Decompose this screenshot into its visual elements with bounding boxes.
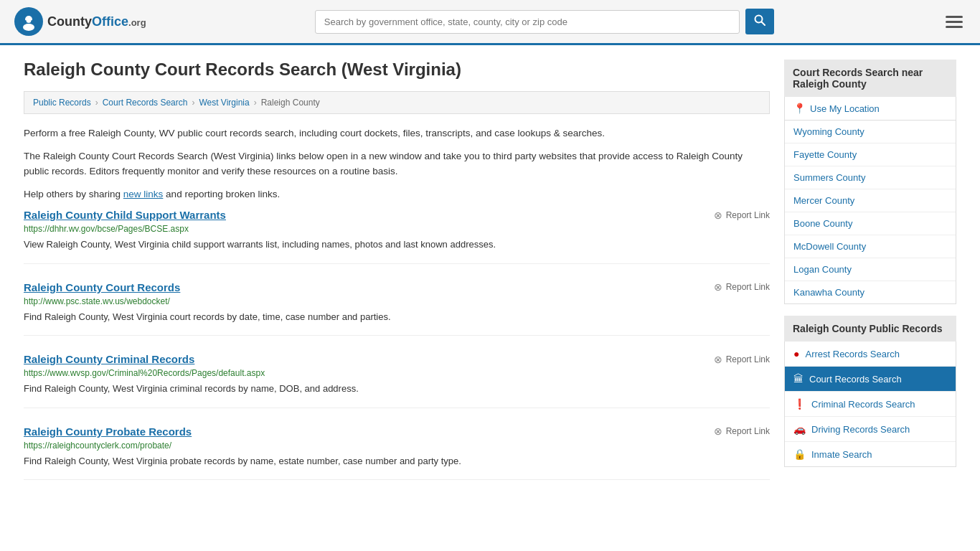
nearby-header: Court Records Search near Raleigh County (784, 60, 956, 97)
intro-text-1: Perform a free Raleigh County, WV public… (24, 126, 770, 141)
search-button[interactable] (745, 9, 774, 34)
location-label: Use My Location (810, 103, 880, 114)
breadcrumb-west-virginia[interactable]: West Virginia (199, 98, 249, 108)
breadcrumb-court-records[interactable]: Court Records Search (103, 98, 188, 108)
svg-point-2 (23, 24, 34, 31)
result-title-3[interactable]: Raleigh County Probate Records (24, 425, 192, 438)
nearby-link-0[interactable]: Wyoming County (785, 121, 956, 143)
report-icon-1: ⊗ (714, 281, 722, 293)
pub-records-icon-2: ❗ (793, 398, 806, 410)
report-link-3[interactable]: ⊗ Report Link (714, 425, 770, 437)
intro-text-2: The Raleigh County Court Records Search … (24, 149, 770, 179)
result-desc-1: Find Raleigh County, West Virginia court… (24, 310, 770, 324)
menu-button[interactable] (943, 13, 966, 31)
result-title-2[interactable]: Raleigh County Criminal Records (24, 353, 194, 365)
nearby-link-1[interactable]: Fayette County (785, 143, 956, 166)
pub-records-icon-1: 🏛 (793, 373, 804, 385)
pub-records-icon-3: 🚗 (793, 423, 806, 435)
breadcrumb-public-records[interactable]: Public Records (33, 98, 91, 108)
result-item-0: Raleigh County Child Support Warrants ⊗ … (24, 209, 770, 264)
pub-records-list: ●Arrest Records Search🏛Court Records Sea… (784, 342, 956, 467)
report-link-1[interactable]: ⊗ Report Link (714, 281, 770, 293)
nearby-link-6[interactable]: Logan County (785, 258, 956, 281)
result-desc-2: Find Raleigh County, West Virginia crimi… (24, 382, 770, 396)
location-icon: 📍 (793, 103, 806, 114)
report-label-0: Report Link (726, 210, 770, 220)
sidebar: Court Records Search near Raleigh County… (784, 60, 956, 497)
result-title-row-3: Raleigh County Probate Records ⊗ Report … (24, 425, 770, 438)
result-title-row-1: Raleigh County Court Records ⊗ Report Li… (24, 281, 770, 293)
result-url-2[interactable]: https://www.wvsp.gov/Criminal%20Records/… (24, 368, 770, 378)
nearby-link-5[interactable]: McDowell County (785, 235, 956, 258)
pub-records-item-3[interactable]: 🚗Driving Records Search (785, 417, 956, 442)
breadcrumb: Public Records › Court Records Search › … (24, 91, 770, 114)
result-title-row-2: Raleigh County Criminal Records ⊗ Report… (24, 353, 770, 365)
breadcrumb-sep-3: › (254, 98, 257, 108)
nearby-link-7[interactable]: Kanawha County (785, 281, 956, 303)
result-item-3: Raleigh County Probate Records ⊗ Report … (24, 425, 770, 481)
nearby-link-2[interactable]: Summers County (785, 166, 956, 189)
new-links-link[interactable]: new links (123, 189, 164, 199)
result-desc-3: Find Raleigh County, West Virginia proba… (24, 454, 770, 468)
nearby-list: Wyoming CountyFayette CountySummers Coun… (784, 121, 956, 304)
pub-records-label-0: Arrest Records Search (805, 349, 900, 359)
breadcrumb-sep-2: › (192, 98, 194, 108)
result-url-0[interactable]: https://dhhr.wv.gov/bcse/Pages/BCSE.aspx (24, 224, 770, 234)
breadcrumb-current: Raleigh County (261, 98, 320, 108)
pub-records-item-4[interactable]: 🔒Inmate Search (785, 442, 956, 466)
report-icon-3: ⊗ (714, 425, 722, 437)
report-label-2: Report Link (726, 354, 770, 364)
result-url-1[interactable]: http://www.psc.state.wv.us/webdocket/ (24, 296, 770, 306)
search-area (315, 9, 774, 34)
result-title-1[interactable]: Raleigh County Court Records (24, 281, 180, 293)
result-desc-0: View Raleigh County, West Virginia child… (24, 237, 770, 252)
menu-line-3 (946, 26, 963, 28)
logo-icon (14, 7, 43, 36)
result-title-row-0: Raleigh County Child Support Warrants ⊗ … (24, 209, 770, 221)
result-title-0[interactable]: Raleigh County Child Support Warrants (24, 209, 226, 221)
main-container: Raleigh County Court Records Search (Wes… (9, 45, 971, 512)
pub-records-icon-0: ● (793, 348, 799, 359)
search-input[interactable] (315, 10, 740, 34)
results-container: Raleigh County Child Support Warrants ⊗ … (24, 209, 770, 480)
menu-line-2 (946, 21, 963, 23)
report-link-0[interactable]: ⊗ Report Link (714, 209, 770, 221)
svg-point-4 (31, 20, 34, 23)
pub-records-icon-4: 🔒 (793, 448, 806, 460)
report-label-1: Report Link (726, 282, 770, 292)
public-records-section: Raleigh County Public Records ●Arrest Re… (784, 316, 956, 467)
public-records-header: Raleigh County Public Records (784, 316, 956, 342)
report-icon-2: ⊗ (714, 354, 722, 365)
nearby-link-3[interactable]: Mercer County (785, 189, 956, 212)
content-area: Raleigh County Court Records Search (Wes… (24, 60, 770, 497)
nearby-link-4[interactable]: Boone County (785, 212, 956, 235)
result-item-1: Raleigh County Court Records ⊗ Report Li… (24, 281, 770, 336)
pub-records-item-1[interactable]: 🏛Court Records Search (785, 367, 956, 392)
menu-line-1 (946, 16, 963, 18)
pub-records-label-3: Driving Records Search (811, 424, 910, 435)
logo-text: CountyOffice.org (47, 14, 146, 29)
page-title: Raleigh County Court Records Search (Wes… (24, 60, 770, 80)
nearby-section: Court Records Search near Raleigh County… (784, 60, 956, 304)
logo[interactable]: CountyOffice.org (14, 7, 146, 36)
svg-line-6 (761, 22, 765, 26)
result-url-3[interactable]: https://raleighcountyclerk.com/probate/ (24, 441, 770, 451)
intro-text-3: Help others by sharing new links and rep… (24, 187, 770, 202)
use-my-location[interactable]: 📍 Use My Location (784, 97, 956, 121)
svg-point-3 (24, 20, 27, 23)
report-link-2[interactable]: ⊗ Report Link (714, 354, 770, 365)
pub-records-label-2: Criminal Records Search (811, 399, 915, 410)
pub-records-label-4: Inmate Search (811, 449, 872, 460)
pub-records-label-1: Court Records Search (809, 374, 902, 385)
result-item-2: Raleigh County Criminal Records ⊗ Report… (24, 353, 770, 408)
report-icon-0: ⊗ (714, 209, 722, 221)
pub-records-item-2[interactable]: ❗Criminal Records Search (785, 392, 956, 417)
site-header: CountyOffice.org (0, 0, 980, 45)
pub-records-item-0[interactable]: ●Arrest Records Search (785, 342, 956, 367)
report-label-3: Report Link (726, 426, 770, 436)
breadcrumb-sep-1: › (95, 98, 98, 108)
